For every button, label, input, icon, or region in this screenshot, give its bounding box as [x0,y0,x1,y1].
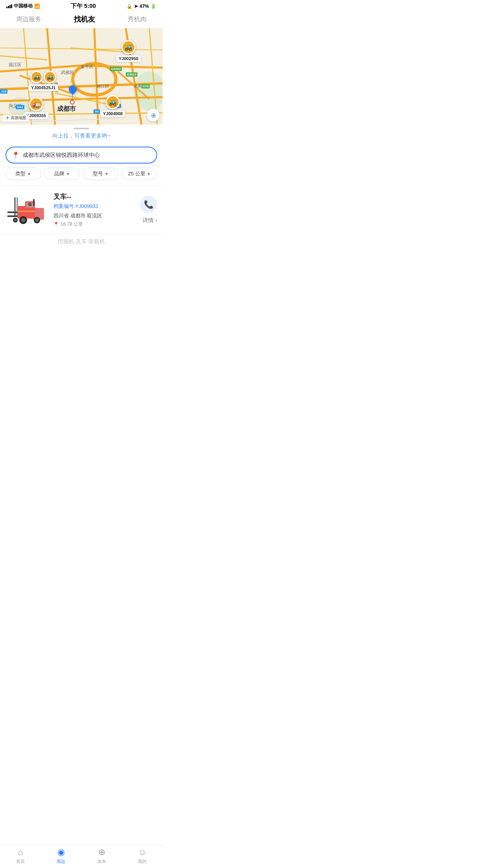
machine-info: 叉车-- 档案编号:YJ009933 四川省·成都市·双流区 📍 16.78 公… [53,192,135,228]
battery-icon: 🔋 [150,4,156,9]
filter-distance[interactable]: 25 公里 ▼ [122,167,158,180]
model-arrow-icon: ▼ [105,172,108,176]
region-wuhou: 武侯区 [61,70,74,75]
marker-label-yj004525: YJ004525J1 [28,84,58,91]
brand-arrow-icon: ▼ [66,172,70,176]
region-jinjiang: 锦江区 [96,83,109,89]
machine-archive-id: 档案编号:YJ009933 [53,203,135,210]
wifi-icon: 📶 [34,4,40,9]
svg-point-36 [28,202,32,206]
svg-point-34 [14,219,17,222]
search-location-text: 成都市武侯区锦悦西路环球中心 [23,152,100,159]
filter-row: 类型 ▼ 品牌 ▼ 型号 ▼ 25 公里 ▼ [0,167,163,186]
marker-circle-yj004525b: 🚜 [44,71,56,83]
highway-s4: S4 [94,109,100,114]
svg-rect-35 [33,199,35,206]
gaode-text: 高德地图 [11,115,26,121]
forklift-illustration [6,194,49,226]
marker-yj004908[interactable]: 🚜 YJ004908 [100,95,125,117]
blue-location-pin [69,85,77,93]
machine-province: 四川省·成都市·双流区 [53,212,135,219]
location-search-bar[interactable]: 📍 成都市武侯区锦悦西路环球中心 [6,147,157,164]
distance-value: 16.78 公里 [61,221,83,228]
location-icon: ➤ [134,4,138,9]
detail-button[interactable]: 详情 › [143,217,157,224]
tab-find-friend[interactable]: 找机友 [70,15,99,24]
top-tab-bar: 周边服务 找机友 秀机肉 [0,11,163,28]
signal-icon [6,4,12,8]
marker-yj004525[interactable]: 🚜 🚜 YJ004525J1 [28,71,58,91]
highway-318: 318 [0,89,7,94]
marker-circle-yj009355: 🚛 [29,97,43,111]
gaode-logo: ✈ 高德地图 [3,114,29,121]
filter-brand[interactable]: 品牌 ▼ [44,167,80,180]
machine-image [6,194,49,226]
filter-model-label: 型号 [93,170,103,177]
svg-point-32 [35,218,39,222]
blue-pin-target [70,100,75,105]
marker-label-yj002950: YJ002950 [116,55,141,62]
svg-rect-37 [17,211,35,212]
svg-rect-25 [14,197,16,216]
machine-card-1: 叉车-- 档案编号:YJ009933 四川省·成都市·双流区 📍 16.78 公… [0,186,163,234]
region-chengdu: 成都市 [57,105,76,113]
drag-bar [73,128,89,129]
lock-icon: 🔒 [127,4,132,9]
blue-pin-head [67,84,78,95]
phone-icon: 📞 [144,200,154,209]
distance-pin-icon: 📍 [53,222,59,227]
detail-label: 详情 › [143,217,157,224]
svg-rect-27 [7,215,18,217]
filter-distance-label: 25 公里 [128,170,145,177]
location-button[interactable]: ⊕ [147,109,160,121]
machine-name: 叉车-- [53,192,135,201]
type-arrow-icon: ▼ [27,172,31,176]
status-bar: 中国移动 📶 下午 5:00 🔒 ➤ 47% 🔋 [0,0,163,11]
carrier-label: 中国移动 [14,3,33,9]
gaode-arrow-icon: ✈ [6,115,9,121]
search-pin-icon: 📍 [12,151,20,159]
pull-hint: 向上拉，可查看更多哟~ [0,131,163,144]
filter-type[interactable]: 类型 ▼ [6,167,41,180]
highway-g4202: G4202 [110,67,122,71]
battery-label: 47% [139,4,149,9]
machine-actions: 📞 详情 › [140,196,157,224]
machine-distance: 📍 16.78 公里 [53,221,135,228]
svg-rect-28 [7,211,18,213]
marker-circle-yj004525a: 🚜 [30,71,43,83]
svg-rect-26 [17,197,18,216]
target-icon: ⊕ [151,112,156,119]
svg-point-30 [21,218,26,223]
filter-brand-label: 品牌 [54,170,64,177]
time-label: 下午 5:00 [71,2,96,10]
status-left: 中国移动 📶 [6,3,40,9]
map-area[interactable]: 温江区 兴义镇 武侯区 锦江区 龙泉驿区 成都市 金牛区 崃江 G4202 G5… [0,28,163,125]
status-right: 🔒 ➤ 47% 🔋 [127,4,156,9]
tab-nearby-service[interactable]: 周边服务 [12,15,45,24]
drag-indicator[interactable] [0,125,163,131]
next-card-hint: 挖掘机·叉车·装载机 [0,234,163,269]
region-wenjiang: 温江区 [9,62,22,68]
marker-circle-yj002950: 🚜 [121,40,136,54]
filter-model[interactable]: 型号 ▼ [83,167,119,180]
marker-yj002950[interactable]: 🚜 YJ002950 [116,40,141,62]
next-card-text: 挖掘机·叉车·装载机 [58,238,105,245]
region-jinniu: 金牛区 [81,64,94,70]
tab-show-machine[interactable]: 秀机肉 [124,15,150,24]
blue-pin-line [72,93,73,100]
filter-type-label: 类型 [15,170,26,177]
distance-arrow-icon: ▼ [147,172,151,176]
highway-g76: G76 [141,84,150,88]
marker-circle-yj004908: 🚜 [106,95,120,109]
highway-g5013: G5013 [126,72,138,77]
highway-sa2: SA2 [16,105,24,109]
marker-label-yj004908: YJ004908 [100,110,125,117]
call-button[interactable]: 📞 [140,196,157,213]
